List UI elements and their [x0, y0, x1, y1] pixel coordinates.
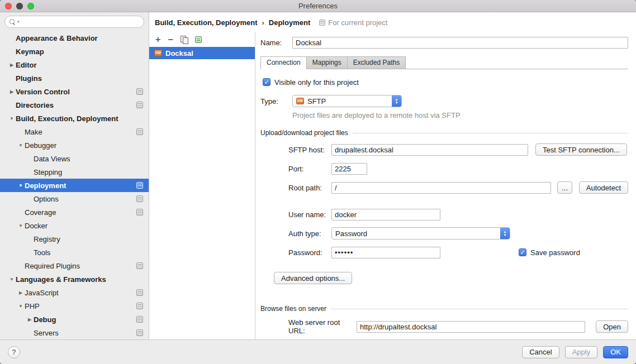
sidebar-item-php[interactable]: ▼PHP — [0, 299, 149, 313]
cancel-button[interactable]: Cancel — [522, 346, 559, 358]
web-root-label: Web server root URL: — [288, 318, 357, 335]
scope-text: For current project — [328, 18, 387, 27]
sidebar-item-label: Appearance & Behavior — [16, 34, 149, 42]
sidebar-item-directories[interactable]: Directories — [0, 98, 149, 112]
zoom-button[interactable] — [27, 3, 34, 9]
sidebar-item-keymap[interactable]: Keymap — [0, 45, 149, 58]
sidebar-item-languages-frameworks[interactable]: ▼Languages & Frameworks — [0, 272, 149, 286]
sidebar-item-appearance-behavior[interactable]: Appearance & Behavior — [0, 31, 149, 45]
save-password-checkbox[interactable]: ✓ — [519, 248, 526, 256]
sidebar-item-label: Make — [25, 128, 136, 136]
chevron-right-icon[interactable]: ▶ — [8, 63, 16, 68]
sidebar-item-version-control[interactable]: ▶Version Control — [0, 85, 149, 98]
help-button[interactable]: ? — [8, 346, 20, 358]
sidebar-item-label: Tools — [34, 248, 149, 257]
auth-type-select[interactable]: Password ▲▼ — [331, 227, 510, 240]
sidebar-item-label: Servers — [34, 329, 136, 337]
current-project-icon — [136, 102, 143, 108]
ok-button[interactable]: OK — [603, 346, 628, 358]
tab-connection[interactable]: Connection — [260, 56, 307, 69]
sidebar-item-label: Directories — [16, 101, 136, 109]
chevron-down-icon[interactable]: ▼ — [8, 277, 16, 282]
sidebar-item-plugins[interactable]: Plugins — [0, 71, 149, 85]
sidebar-item-debug[interactable]: ▶Debug — [0, 313, 149, 326]
chevron-right-icon[interactable]: ▶ — [8, 89, 16, 94]
chevron-down-icon[interactable]: ▼ — [8, 116, 16, 121]
breadcrumb-item[interactable]: Build, Execution, Deployment — [155, 18, 257, 27]
chevron-down-icon[interactable]: ▼ — [17, 183, 25, 188]
chevron-right-icon[interactable]: ▶ — [26, 317, 34, 322]
tab-mappings[interactable]: Mappings — [306, 56, 348, 69]
search-input[interactable]: ▾ — [4, 16, 144, 28]
visible-only-checkbox[interactable]: ✓ — [263, 78, 270, 86]
sidebar-item-label: Registry — [34, 235, 149, 243]
port-label: Port: — [288, 165, 331, 173]
sidebar-item-stepping[interactable]: Stepping — [0, 165, 149, 179]
breadcrumb-item[interactable]: Deployment — [269, 18, 310, 27]
root-path-input[interactable] — [331, 182, 551, 194]
breadcrumb: Build, Execution, Deployment › Deploymen… — [149, 12, 636, 32]
sidebar-item-label: Required Plugins — [25, 262, 136, 270]
sidebar-item-docker[interactable]: ▼Docker — [0, 219, 149, 232]
name-input[interactable] — [292, 37, 628, 49]
current-project-icon — [136, 88, 143, 95]
type-select[interactable]: SFTP ▲▼ — [292, 95, 402, 107]
sidebar-item-javascript[interactable]: ▶JavaScript — [0, 286, 149, 299]
add-icon[interactable]: + — [155, 36, 160, 44]
dialog-footer: ? Cancel Apply OK — [0, 339, 636, 364]
sidebar-item-label: JavaScript — [25, 289, 136, 297]
sidebar-item-label: Deployment — [25, 181, 136, 190]
sidebar-item-options[interactable]: Options — [0, 192, 149, 205]
browse-section-header: Browse files on server — [260, 305, 628, 313]
sidebar-item-deployment[interactable]: ▼Deployment — [0, 179, 149, 192]
chevron-down-icon[interactable]: ▼ — [17, 304, 25, 309]
remove-icon[interactable]: − — [168, 36, 173, 44]
port-input[interactable] — [331, 163, 367, 175]
type-label: Type: — [260, 97, 292, 106]
apply-button[interactable]: Apply — [565, 346, 598, 358]
advanced-options-button[interactable]: Advanced options... — [274, 272, 352, 284]
use-as-default-icon[interactable] — [195, 36, 202, 43]
current-project-icon — [136, 289, 143, 296]
sidebar-item-label: PHP — [25, 302, 136, 310]
chevron-down-icon[interactable]: ▼ — [17, 223, 25, 228]
title-bar[interactable]: Preferences — [0, 0, 636, 12]
sidebar-item-registry[interactable]: Registry — [0, 232, 149, 246]
minimize-button[interactable] — [16, 3, 23, 9]
settings-sidebar: ▾ Appearance & BehaviorKeymap▶EditorPlug… — [0, 12, 149, 339]
sftp-host-input[interactable] — [331, 144, 528, 156]
current-project-icon — [136, 329, 143, 336]
current-project-icon — [136, 128, 143, 135]
tab-excluded-paths[interactable]: Excluded Paths — [347, 56, 406, 69]
sidebar-item-required-plugins[interactable]: Required Plugins — [0, 259, 149, 272]
server-item-docksal[interactable]: Docksal — [149, 47, 255, 59]
password-input[interactable] — [331, 247, 440, 258]
web-root-input[interactable] — [357, 321, 585, 333]
sidebar-item-debugger[interactable]: ▼Debugger — [0, 138, 149, 152]
settings-tree: Appearance & BehaviorKeymap▶EditorPlugin… — [0, 30, 149, 339]
sidebar-item-editor[interactable]: ▶Editor — [0, 58, 149, 71]
open-button[interactable]: Open — [596, 320, 628, 333]
user-name-input[interactable] — [331, 209, 440, 221]
sidebar-item-data-views[interactable]: Data Views — [0, 152, 149, 165]
sidebar-item-coverage[interactable]: Coverage — [0, 205, 149, 219]
settings-tabs: ConnectionMappingsExcluded Paths — [260, 56, 628, 69]
sidebar-item-make[interactable]: Make — [0, 125, 149, 138]
sidebar-item-label: Version Control — [16, 88, 136, 96]
chevron-down-icon[interactable]: ▼ — [17, 143, 25, 148]
chevron-right-icon[interactable]: ▶ — [17, 290, 25, 295]
sidebar-item-label: Docker — [25, 222, 149, 230]
copy-icon[interactable] — [181, 36, 188, 44]
dropdown-stepper-icon: ▲▼ — [392, 95, 401, 107]
test-sftp-connection-button[interactable]: Test SFTP connection... — [535, 143, 627, 156]
sidebar-item-tools[interactable]: Tools — [0, 246, 149, 259]
current-project-icon — [136, 316, 143, 323]
autodetect-button[interactable]: Autodetect — [579, 181, 628, 194]
browse-root-path-button[interactable]: ... — [557, 181, 572, 194]
sidebar-item-servers[interactable]: Servers — [0, 326, 149, 339]
close-button[interactable] — [5, 3, 12, 9]
sidebar-item-label: Data Views — [34, 155, 149, 163]
search-icon — [10, 18, 16, 26]
visible-only-label: Visible only for this project — [274, 78, 359, 87]
sidebar-item-build-execution-deployment[interactable]: ▼Build, Execution, Deployment — [0, 112, 149, 125]
